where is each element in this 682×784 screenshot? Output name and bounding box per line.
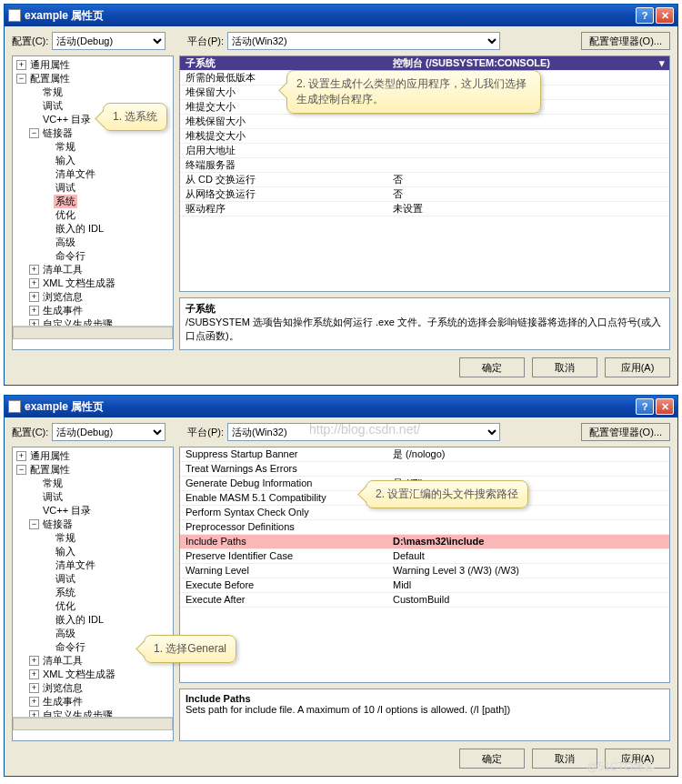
grid-row[interactable]: Warning LevelWarning Level 3 (/W3) (/W3) — [180, 564, 669, 578]
tree-item[interactable]: 系统 — [54, 586, 77, 599]
tree-item[interactable]: 生成事件 — [41, 695, 85, 709]
platform-select[interactable]: 活动(Win32) — [227, 32, 500, 50]
help-button[interactable]: ? — [636, 398, 654, 415]
config-select[interactable]: 活动(Debug) — [52, 32, 165, 50]
expand-icon[interactable]: + — [29, 710, 39, 717]
expand-icon[interactable]: + — [29, 683, 39, 693]
dropdown-icon[interactable]: ▾ — [655, 56, 669, 70]
app-icon — [8, 9, 21, 22]
grid-row[interactable]: Execute AfterCustomBuild — [180, 593, 669, 608]
expand-icon[interactable]: + — [16, 60, 26, 70]
tree-item[interactable]: 链接器 — [41, 518, 75, 531]
tree-hscroll[interactable] — [13, 717, 173, 730]
grid-row[interactable]: 堆栈保留大小 — [180, 115, 669, 129]
tree-item[interactable]: 浏览信息 — [41, 681, 85, 695]
tree-item[interactable]: 配置属性 — [28, 463, 72, 477]
grid-row[interactable]: Execute BeforeMidl — [180, 578, 669, 593]
tree-item[interactable]: 调试 — [54, 572, 77, 586]
tree-item[interactable]: 高级 — [54, 627, 77, 640]
tree-item[interactable]: 嵌入的 IDL — [54, 613, 105, 627]
grid-row[interactable]: 堆栈提交大小 — [180, 129, 669, 144]
tree-item[interactable]: 配置属性 — [28, 72, 72, 85]
tree-item[interactable]: 优化 — [54, 208, 77, 222]
tree-item[interactable]: 输入 — [54, 154, 77, 167]
tree-item[interactable]: 命令行 — [54, 249, 87, 263]
cancel-button[interactable]: 取消 — [532, 749, 597, 769]
grid-row[interactable]: 驱动程序未设置 — [180, 202, 669, 216]
tree-item[interactable]: 清单文件 — [54, 558, 97, 572]
tree-item[interactable]: 清单工具 — [41, 654, 85, 668]
expand-icon[interactable]: + — [29, 319, 39, 326]
config-row: 配置(C): 活动(Debug) 平台(P): 活动(Win32) 配置管理器(… — [5, 26, 677, 55]
expand-icon[interactable]: + — [29, 669, 39, 679]
tree-item[interactable]: 常规 — [54, 531, 77, 545]
config-select[interactable]: 活动(Debug) — [52, 423, 165, 441]
tree-item[interactable]: 通用属性 — [28, 58, 72, 72]
tree-item[interactable]: 自定义生成步骤 — [41, 709, 115, 717]
tree-item[interactable]: 清单文件 — [54, 167, 97, 181]
collapse-icon[interactable]: − — [29, 519, 39, 529]
collapse-icon[interactable]: − — [29, 128, 39, 138]
tree-item-system[interactable]: 系统 — [54, 195, 77, 208]
tree-hscroll[interactable] — [13, 326, 173, 339]
grid-header[interactable]: 子系统控制台 (/SUBSYSTEM:CONSOLE)▾ — [180, 56, 669, 71]
grid-row[interactable]: Suppress Startup Banner是 (/nologo) — [180, 447, 669, 462]
grid-row[interactable]: 从 CD 交换运行否 — [180, 173, 669, 187]
callout-4: 1. 选择General — [144, 635, 236, 663]
expand-icon[interactable]: + — [29, 306, 39, 316]
tree-item[interactable]: 生成事件 — [41, 304, 85, 317]
config-manager-button[interactable]: 配置管理器(O)... — [581, 32, 670, 50]
close-button[interactable]: ✕ — [656, 7, 674, 24]
tree-item[interactable]: 调试 — [54, 181, 77, 195]
close-button[interactable]: ✕ — [656, 398, 674, 415]
expand-icon[interactable]: + — [16, 451, 26, 461]
description-panel: 子系统 /SUBSYSTEM 选项告知操作系统如何运行 .exe 文件。子系统的… — [179, 297, 670, 350]
tree-item[interactable]: 常规 — [54, 140, 77, 154]
grid-row[interactable]: 从网络交换运行否 — [180, 187, 669, 202]
grid-row-include-paths[interactable]: Include PathsD:\masm32\include — [180, 535, 669, 549]
tree-item[interactable]: 通用属性 — [28, 449, 72, 463]
ok-button[interactable]: 确定 — [459, 749, 525, 769]
apply-button[interactable]: 应用(A) — [605, 749, 670, 769]
grid-row[interactable]: 启用大地址 — [180, 144, 669, 158]
desc-title: Include Paths — [186, 693, 664, 704]
tree-item[interactable]: 清单工具 — [41, 263, 85, 276]
tree-item[interactable]: 常规 — [41, 477, 65, 490]
expand-icon[interactable]: + — [29, 697, 39, 707]
grid-row[interactable]: 终端服务器 — [180, 158, 669, 173]
expand-icon[interactable]: + — [29, 656, 39, 666]
grid-row[interactable]: Preprocessor Definitions — [180, 520, 669, 535]
config-manager-button[interactable]: 配置管理器(O)... — [581, 423, 670, 441]
collapse-icon[interactable]: − — [16, 74, 26, 84]
tree-item[interactable]: 输入 — [54, 545, 77, 558]
tree-item[interactable]: XML 文档生成器 — [41, 668, 117, 681]
property-dialog-2: example 属性页 ? ✕ 配置(C): 活动(Debug) 平台(P): … — [4, 395, 678, 777]
tree-item[interactable]: 调试 — [41, 99, 65, 113]
ok-button[interactable]: 确定 — [459, 357, 525, 377]
tree-item[interactable]: 浏览信息 — [41, 290, 85, 304]
tree-item[interactable]: 常规 — [41, 85, 65, 99]
platform-select[interactable]: 活动(Win32) — [227, 423, 500, 441]
grid-row[interactable]: Treat Warnings As Errors — [180, 462, 669, 477]
cancel-button[interactable]: 取消 — [532, 357, 597, 377]
tree-item[interactable]: 嵌入的 IDL — [54, 222, 105, 236]
expand-icon[interactable]: + — [29, 292, 39, 302]
expand-icon[interactable]: + — [29, 278, 39, 288]
grid-row[interactable]: Preserve Identifier CaseDefault — [180, 549, 669, 564]
tree-item[interactable]: 高级 — [54, 236, 77, 249]
collapse-icon[interactable]: − — [16, 465, 26, 475]
tree-item[interactable]: 优化 — [54, 599, 77, 613]
tree-item[interactable]: XML 文档生成器 — [41, 276, 117, 290]
config-label: 配置(C): — [12, 35, 48, 48]
tree-item[interactable]: VC++ 目录 — [41, 113, 93, 126]
tree-item[interactable]: 调试 — [41, 490, 65, 504]
apply-button[interactable]: 应用(A) — [605, 357, 670, 377]
tree-item[interactable]: 自定义生成步骤 — [41, 317, 115, 326]
help-button[interactable]: ? — [636, 7, 654, 24]
tree-item[interactable]: 链接器 — [41, 126, 75, 140]
tree-item[interactable]: VC++ 目录 — [41, 504, 93, 518]
tree-item[interactable]: 命令行 — [54, 640, 87, 654]
window-title: example 属性页 — [25, 8, 634, 24]
expand-icon[interactable]: + — [29, 265, 39, 275]
tree-panel: +通用属性 −配置属性 常规 调试 VC++ 目录 −链接器 常规 输入 清单文… — [12, 447, 174, 741]
